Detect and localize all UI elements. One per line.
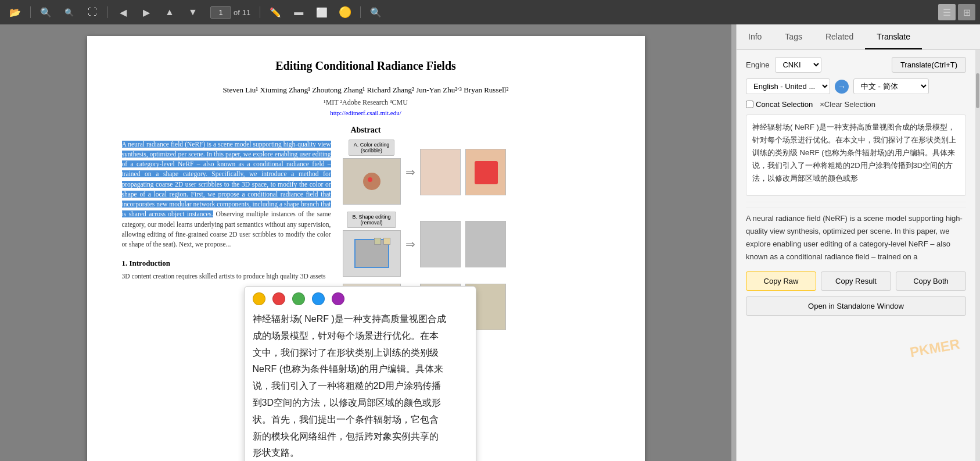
tab-related[interactable]: Related [814, 24, 865, 49]
copy-result-button[interactable]: Copy Result [821, 271, 891, 291]
panel-scroll-thumb[interactable] [976, 73, 979, 108]
open-file-button[interactable]: 📂 [5, 3, 26, 21]
engine-row: Engine CNKI DeepL Google Translate(Ctrl+… [746, 57, 966, 73]
panel-scroll-track[interactable] [975, 50, 980, 461]
translation-output-chinese: 神经辐射场( NeRF )是一种支持高质量视图合成的场景模型，针对每个场景进行优… [746, 115, 966, 196]
lang-direction-arrow: → [835, 80, 849, 94]
pdf-authors: Steven Liu¹ Xiuming Zhang¹ Zhoutong Zhan… [122, 84, 610, 96]
abstract-highlighted: A neural radiance field (NeRF) is a scen… [122, 141, 331, 218]
prev-page-button[interactable]: ◀ [113, 3, 134, 21]
figure-label-b: B. Shape editing(removal) [347, 212, 396, 228]
pdf-abstract-text[interactable]: A neural radiance field (NeRF) is a scen… [122, 140, 331, 250]
pdf-title: Editing Conditional Radiance Fields [122, 59, 610, 73]
next-page-button[interactable]: ▶ [136, 3, 157, 21]
color-dot-green[interactable] [292, 292, 305, 305]
pkmer-watermark: PKMER [909, 336, 961, 361]
tab-tags[interactable]: Tags [773, 24, 814, 49]
pdf-scrollbar[interactable] [731, 24, 736, 461]
main-toolbar: 📂 🔍 🔍 ⛶ ◀ ▶ ▲ ▼ 1 of 11 ✏️ ▬ ⬜ 🟡 🔍 ☰ ⊞ [0, 0, 980, 24]
concat-label: Concat Selection [756, 100, 813, 109]
annotate-area-button[interactable]: ▬ [288, 3, 309, 21]
scroll-up-button[interactable]: ▲ [159, 3, 180, 21]
main-layout: Editing Conditional Radiance Fields Stev… [0, 24, 980, 461]
scroll-down-button[interactable]: ▼ [182, 3, 203, 21]
open-standalone-button[interactable]: Open in Standalone Window [746, 296, 966, 316]
toolbar-separator-4 [360, 6, 361, 18]
figure-label-a: A. Color editing(scribble) [349, 140, 395, 156]
annotate-rect-button[interactable]: ⬜ [311, 3, 332, 21]
copy-raw-button[interactable]: Copy Raw [746, 271, 816, 291]
color-dots [253, 292, 468, 305]
selection-row: Concat Selection ×Clear Selection [746, 100, 966, 109]
translation-section-english: A neural radiance field (NeRF) is a scen… [746, 202, 966, 263]
popup-chinese-text: 神经辐射场( NeRF )是一种支持高质量视图合成 成的场景模型，针对每个场景进… [253, 311, 468, 461]
pdf-intro-title: 1. Introduction [122, 259, 331, 268]
figure-row-shape: B. Shape editing(removal) ⇒ [343, 212, 610, 277]
fit-page-button[interactable]: ⛶ [82, 3, 103, 21]
copy-both-button[interactable]: Copy Both [896, 271, 966, 291]
translate-button[interactable]: Translate(Ctrl+T) [892, 57, 966, 73]
engine-select[interactable]: CNKI DeepL Google [775, 57, 821, 73]
page-of-label: of [234, 8, 240, 17]
page-number-input[interactable]: 1 [210, 6, 231, 19]
toolbar-separator-2 [107, 6, 108, 18]
pdf-url[interactable]: http://editnerf.csail.mit.edu/ [122, 109, 610, 116]
color-dot-yellow[interactable] [253, 292, 265, 305]
pdf-affiliations: ¹MIT ²Adobe Research ³CMU [122, 98, 610, 107]
annotate-pen-button[interactable]: ✏️ [265, 3, 286, 21]
right-panel: Info Tags Related Translate Engine CNKI … [736, 24, 980, 461]
arrow-2: ⇒ [405, 237, 415, 251]
tab-info[interactable]: Info [737, 24, 773, 49]
toolbar-separator-3 [260, 6, 260, 18]
page-info: 1 of 11 [210, 6, 250, 19]
right-panel-body: Engine CNKI DeepL Google Translate(Ctrl+… [737, 50, 975, 461]
color-picker-button[interactable]: 🟡 [335, 3, 356, 21]
concat-checkbox[interactable]: Concat Selection [746, 100, 813, 109]
pdf-page: Editing Conditional Radiance Fields Stev… [87, 36, 645, 461]
translation-chinese-text: 神经辐射场( NeRF )是一种支持高质量视图合成的场景模型，针对每个场景进行优… [752, 123, 956, 183]
lang-row: English - United ... English → 中文 - 简体 中… [746, 78, 966, 94]
grid-view-button[interactable]: ⊞ [958, 4, 975, 20]
figure-row-color: A. Color editing(scribble) ⇒ [343, 140, 610, 205]
color-dot-red[interactable] [272, 292, 285, 305]
sidebar-toggle-button[interactable]: ☰ [938, 4, 956, 20]
pdf-abstract-title: Abstract [122, 126, 610, 135]
pdf-area[interactable]: Editing Conditional Radiance Fields Stev… [0, 24, 731, 461]
pdf-intro-text: 3D content creation requires skilled art… [122, 271, 331, 281]
search-button[interactable]: 🔍 [365, 3, 386, 21]
pkmer-watermark-area: PKMER [746, 321, 966, 356]
translation-english-text: A neural radiance field (NeRF) is a scen… [746, 207, 966, 263]
color-dot-purple[interactable] [332, 292, 344, 305]
target-lang-select[interactable]: 中文 - 简体 中文 - 繁体 [853, 78, 929, 94]
zoom-out-button[interactable]: 🔍 [59, 3, 80, 21]
toolbar-separator-1 [30, 6, 31, 18]
concat-checkbox-input[interactable] [746, 101, 753, 108]
source-lang-select[interactable]: English - United ... English [746, 78, 830, 94]
clear-selection-btn[interactable]: ×Clear Selection [820, 100, 875, 109]
page-total: 11 [242, 8, 250, 17]
right-panel-tabs: Info Tags Related Translate [737, 24, 980, 50]
tab-translate[interactable]: Translate [865, 24, 922, 49]
zoom-in-button[interactable]: 🔍 [35, 3, 56, 21]
copy-buttons: Copy Raw Copy Result Copy Both [746, 271, 966, 291]
toolbar-right: ☰ ⊞ [938, 4, 975, 20]
color-dot-blue[interactable] [312, 292, 325, 305]
arrow-1: ⇒ [405, 165, 415, 179]
engine-label: Engine [746, 60, 769, 69]
color-picker-popup: 神经辐射场( NeRF )是一种支持高质量视图合成 成的场景模型，针对每个场景进… [244, 286, 476, 461]
